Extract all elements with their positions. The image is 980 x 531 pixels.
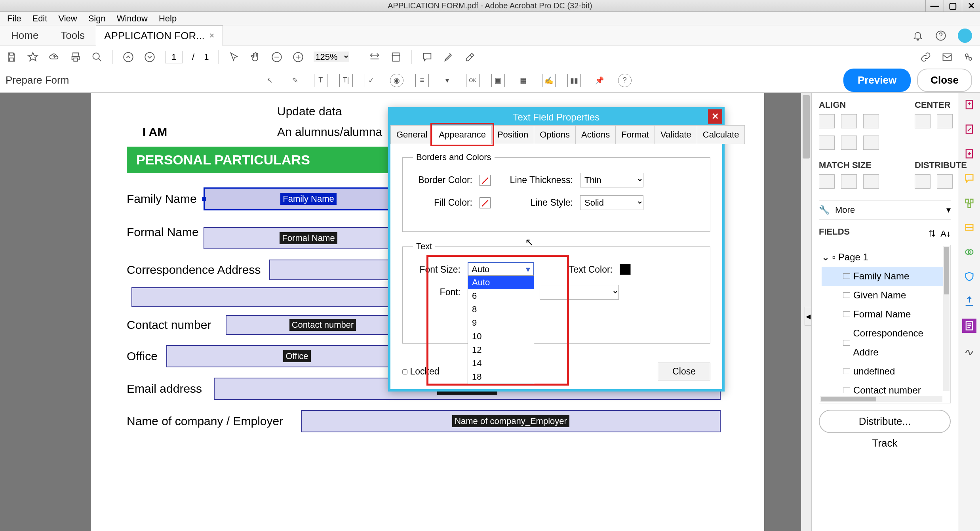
- font-size-option-6[interactable]: 6: [468, 289, 534, 303]
- align-center-v-icon[interactable]: [841, 136, 857, 150]
- font-size-option-10[interactable]: 10: [468, 330, 534, 343]
- star-icon[interactable]: [27, 51, 39, 63]
- font-size-option-14[interactable]: 14: [468, 357, 534, 370]
- locked-checkbox[interactable]: Locked: [402, 366, 440, 377]
- highlight-icon[interactable]: [443, 51, 455, 63]
- align-bottom-icon[interactable]: [863, 136, 879, 150]
- notifications-icon[interactable]: [912, 30, 924, 42]
- dialog-close-button[interactable]: ✕: [708, 109, 722, 124]
- maximize-button[interactable]: ▢: [944, 0, 962, 12]
- menu-window[interactable]: Window: [111, 12, 153, 25]
- save-icon[interactable]: [6, 51, 17, 63]
- dropdown-tool-icon[interactable]: ▾: [441, 74, 454, 87]
- pushpin-tool-icon[interactable]: 📌: [593, 74, 606, 87]
- align-right-icon[interactable]: [863, 114, 879, 128]
- help-icon[interactable]: [935, 30, 947, 42]
- field-item-undefined[interactable]: undefined: [822, 362, 948, 381]
- erase-icon[interactable]: [464, 51, 476, 63]
- locked-checkbox-input[interactable]: [402, 369, 407, 374]
- text-field-tool-icon[interactable]: T: [314, 74, 327, 87]
- pointer-tool-icon[interactable]: ↖: [263, 74, 277, 87]
- menu-help[interactable]: Help: [153, 12, 182, 25]
- export-pdf-icon[interactable]: [962, 147, 976, 161]
- tab-general[interactable]: General: [390, 125, 433, 144]
- preview-button[interactable]: Preview: [843, 69, 911, 92]
- comment-icon[interactable]: [421, 51, 433, 63]
- fit-page-icon[interactable]: [390, 51, 402, 63]
- page-up-icon[interactable]: [122, 51, 134, 63]
- menu-file[interactable]: File: [2, 12, 27, 25]
- zoom-out-icon[interactable]: [271, 51, 283, 63]
- collapse-panel-icon[interactable]: ◀: [805, 307, 812, 326]
- menu-sign[interactable]: Sign: [83, 12, 111, 25]
- create-pdf-icon[interactable]: [962, 97, 976, 112]
- company-field[interactable]: Name of company_Employer: [301, 410, 721, 432]
- scan-icon[interactable]: [962, 220, 976, 235]
- barcode-tool-icon[interactable]: ▮▮: [567, 74, 581, 87]
- edit-pdf-icon[interactable]: [962, 122, 976, 136]
- az-icon[interactable]: A↓: [940, 229, 951, 239]
- zoom-in-icon[interactable]: [292, 51, 304, 63]
- tab-actions[interactable]: Actions: [575, 125, 616, 144]
- textarea-tool-icon[interactable]: T|: [339, 74, 353, 87]
- tab-position[interactable]: Position: [491, 125, 534, 144]
- radio-tool-icon[interactable]: ◉: [390, 74, 403, 87]
- listbox-tool-icon[interactable]: ≡: [415, 74, 429, 87]
- tools-tab[interactable]: Tools: [49, 25, 96, 46]
- close-button[interactable]: Close: [917, 69, 972, 92]
- signature-tool-icon[interactable]: ✍: [542, 74, 556, 87]
- upload-icon[interactable]: [962, 294, 976, 308]
- track-label[interactable]: Track: [819, 437, 951, 449]
- edit-tool-icon[interactable]: ✎: [289, 74, 302, 87]
- field-item-family[interactable]: Family Name: [822, 267, 948, 286]
- align-left-icon[interactable]: [819, 114, 835, 128]
- prepare-form-icon[interactable]: [962, 319, 976, 333]
- date-tool-icon[interactable]: ▦: [517, 74, 530, 87]
- tree-scrollbar-h[interactable]: [820, 396, 942, 402]
- help-tool-icon[interactable]: ?: [618, 74, 632, 87]
- center-v-icon[interactable]: [937, 114, 953, 128]
- font-size-select[interactable]: Auto ▾: [468, 262, 534, 277]
- cloud-icon[interactable]: [48, 51, 60, 63]
- search-icon[interactable]: [91, 51, 103, 63]
- print-icon[interactable]: [70, 51, 82, 63]
- distribute-h-icon[interactable]: [915, 174, 931, 189]
- font-size-option-18[interactable]: 18: [468, 370, 534, 384]
- font-size-option-auto[interactable]: Auto: [468, 276, 534, 289]
- link-icon[interactable]: [920, 51, 932, 63]
- font-size-option-9[interactable]: 9: [468, 316, 534, 330]
- menu-edit[interactable]: Edit: [27, 12, 53, 25]
- field-item-given[interactable]: Given Name: [822, 286, 948, 305]
- fields-tree[interactable]: ⌄ ▫ Page 1 Family Name Given Name Formal…: [819, 245, 951, 403]
- distribute-button[interactable]: Distribute...: [819, 410, 951, 433]
- field-item-address[interactable]: Correspondence Addre: [822, 324, 948, 362]
- match-width-icon[interactable]: [819, 174, 835, 189]
- field-item-formal[interactable]: Formal Name: [822, 305, 948, 324]
- tab-calculate[interactable]: Calculate: [697, 125, 745, 144]
- text-color-swatch[interactable]: [620, 264, 631, 275]
- button-tool-icon[interactable]: OK: [466, 74, 480, 87]
- tab-options[interactable]: Options: [534, 125, 576, 144]
- image-tool-icon[interactable]: ▣: [491, 74, 505, 87]
- window-close-button[interactable]: ✕: [962, 0, 980, 12]
- home-tab[interactable]: Home: [0, 25, 49, 46]
- more-row[interactable]: 🔧 More ▾: [819, 201, 951, 220]
- checkbox-tool-icon[interactable]: ✓: [365, 74, 378, 87]
- font-select[interactable]: [540, 285, 619, 300]
- formal-name-field[interactable]: Formal Name: [204, 227, 413, 249]
- font-size-option-12[interactable]: 12: [468, 343, 534, 357]
- close-tab-icon[interactable]: ×: [209, 31, 215, 41]
- scrollbar-thumb[interactable]: [803, 95, 810, 159]
- tree-scrollbar[interactable]: [943, 246, 950, 391]
- page-number-input[interactable]: [165, 51, 183, 63]
- match-both-icon[interactable]: [863, 174, 879, 189]
- align-center-h-icon[interactable]: [841, 114, 857, 128]
- line-style-select[interactable]: Solid: [580, 195, 643, 210]
- distribute-v-icon[interactable]: [937, 174, 953, 189]
- protect-icon[interactable]: [962, 269, 976, 284]
- sign-tool-icon[interactable]: [962, 343, 976, 357]
- border-color-swatch[interactable]: [480, 175, 491, 186]
- font-size-option-8[interactable]: 8: [468, 303, 534, 316]
- select-tool-icon[interactable]: [228, 51, 240, 63]
- tab-appearance[interactable]: Appearance: [433, 125, 492, 144]
